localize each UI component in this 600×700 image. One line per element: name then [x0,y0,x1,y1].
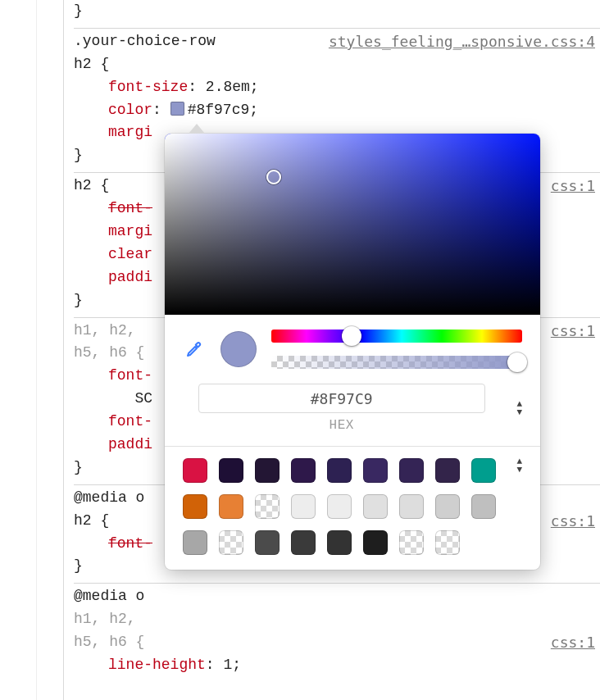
palette-stepper[interactable]: ▲ ▼ [516,458,522,473]
selector[interactable]: h2 { [74,177,109,193]
css-property[interactable]: font-size [108,79,188,95]
css-property[interactable]: font- [108,535,152,552]
css-value[interactable]: SC [108,390,152,407]
css-property[interactable]: color [108,102,152,118]
css-property[interactable]: line-height [108,657,206,673]
palette-chip[interactable] [219,458,243,483]
palette-chip[interactable] [219,530,243,555]
css-rule[interactable]: } [74,0,600,29]
css-property[interactable]: paddi [108,269,152,285]
color-mode-label: HEX [330,418,354,433]
palette-chip[interactable] [399,494,424,519]
selector[interactable]: h1, h2, [74,611,136,627]
alpha-thumb[interactable] [507,352,527,372]
palette-chip[interactable] [435,530,460,555]
picker-arrow [189,124,205,134]
selector[interactable]: h5, h6 { [74,634,144,650]
chevron-up-icon: ▲ [516,401,522,407]
css-rule[interactable]: css:1 @media o h1, h2, h5, h6 { line-hei… [74,584,600,682]
palette-chip[interactable] [399,530,424,555]
hue-thumb[interactable] [342,326,361,346]
css-property[interactable]: font- [108,413,152,430]
palette-grid [183,458,500,555]
divider [165,446,540,447]
css-value[interactable]: 2.8em [206,79,250,95]
saturation-value-field[interactable] [165,134,540,315]
palette-chip[interactable] [435,458,460,483]
palette-chip[interactable] [327,530,352,555]
palette-chip[interactable] [291,530,316,555]
palette-chip[interactable] [291,458,316,483]
alpha-slider[interactable] [271,356,522,369]
chevron-down-icon: ▼ [516,466,522,473]
hex-input[interactable] [198,384,485,413]
palette-chip[interactable] [435,494,460,519]
eyedropper-icon [184,339,204,359]
palette-chip[interactable] [183,458,207,483]
css-value[interactable]: #8f97c9 [188,102,250,118]
palette-chip[interactable] [291,494,316,519]
selector[interactable]: h1, h2, [74,322,136,339]
palette-chip[interactable] [183,530,207,555]
palette-chip[interactable] [399,458,424,483]
mode-stepper[interactable]: ▲ ▼ [516,401,522,416]
source-link[interactable]: css:1 [551,510,595,533]
chevron-up-icon: ▲ [516,458,522,465]
chevron-down-icon: ▼ [516,409,522,416]
palette-chip[interactable] [255,494,280,519]
palette-chip[interactable] [363,458,388,483]
palette-chip[interactable] [471,494,496,519]
selector[interactable]: h2 { [74,512,109,529]
palette-chip[interactable] [183,494,207,519]
source-link[interactable]: css:1 [551,175,595,198]
css-value[interactable]: 1 [223,657,232,673]
css-property[interactable]: clear [108,246,152,262]
palette-chip[interactable] [363,530,388,555]
palette-chip[interactable] [255,530,280,555]
css-property[interactable]: paddi [108,436,152,452]
source-link[interactable]: css:1 [551,320,595,343]
eyedropper-button[interactable] [183,338,206,361]
css-property[interactable]: font- [108,367,152,384]
selector[interactable]: h5, h6 { [74,344,144,361]
selector[interactable]: @media o [74,588,144,604]
gutter [0,0,64,700]
hue-slider[interactable] [271,330,522,343]
css-property[interactable]: margi [108,124,152,140]
selector[interactable]: @media o [74,489,144,506]
palette-chip[interactable] [255,458,280,483]
color-picker: HEX ▲ ▼ ▲ ▼ [165,134,540,570]
palette-chip[interactable] [327,494,352,519]
source-link[interactable]: css:1 [551,631,595,654]
css-property[interactable]: margi [108,223,152,239]
palette-chip[interactable] [471,458,496,483]
source-link[interactable]: styles_feeling_…sponsive.css:4 [329,30,595,53]
palette-chip[interactable] [327,458,352,483]
selector[interactable]: .your-choice-row [74,33,216,49]
sv-cursor[interactable] [266,170,281,184]
color-swatch[interactable] [170,102,184,116]
palette-chip[interactable] [219,494,243,519]
palette-chip[interactable] [363,494,388,519]
color-preview [220,331,257,367]
selector[interactable]: h2 { [74,56,109,72]
css-property[interactable]: font- [108,200,152,216]
